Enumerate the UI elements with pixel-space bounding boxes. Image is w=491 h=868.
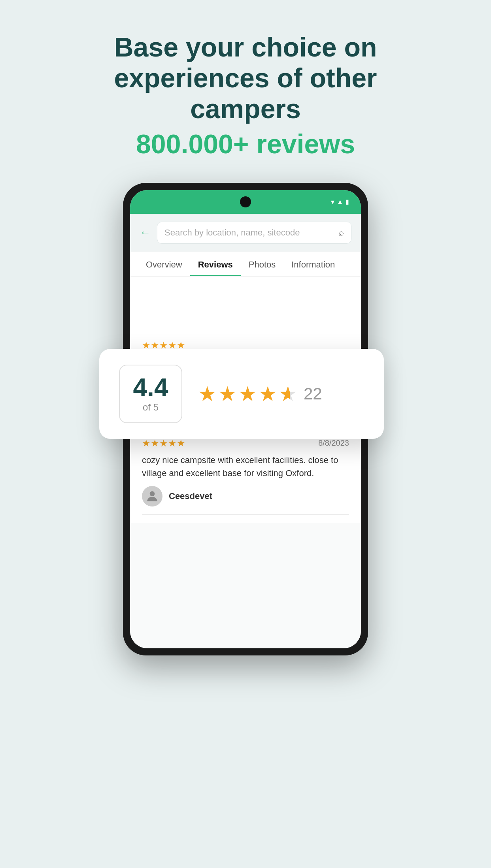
review-count: 22 [304, 384, 322, 403]
rating-card: 4.4 of 5 ★ ★ ★ ★ ★ ★ 22 [99, 349, 384, 439]
wifi-icon: ▾ [331, 198, 334, 206]
review-date-2: 8/8/2023 [318, 439, 349, 448]
star-half: ★ ★ [279, 382, 297, 406]
header-title: Base your choice on experiences of other… [91, 32, 400, 124]
tab-photos[interactable]: Photos [241, 252, 284, 276]
battery-icon: ▮ [346, 198, 349, 205]
review-text-2: cozy nice campsite with excellent facili… [142, 454, 349, 480]
rating-score-box: 4.4 of 5 [119, 365, 182, 423]
star-4: ★ [259, 382, 277, 406]
rating-stars-count: ★ ★ ★ ★ ★ ★ 22 [198, 382, 322, 406]
header-section: Base your choice on experiences of other… [68, 0, 423, 175]
tab-reviews[interactable]: Reviews [190, 252, 241, 276]
rating-number: 4.4 [132, 375, 170, 400]
camera-notch [240, 196, 251, 207]
svg-point-1 [150, 491, 155, 496]
tab-information[interactable]: Information [283, 252, 343, 276]
review-item-2: ★★★★★ 8/8/2023 cozy nice campsite with e… [142, 430, 349, 515]
signal-icon: ▲ [337, 198, 343, 205]
status-bar: ▾ ▲ ▮ [130, 190, 361, 214]
reviewer-name-2: Ceesdevet [169, 491, 212, 501]
star-1: ★ [198, 382, 217, 406]
reviewer-avatar-2 [142, 486, 162, 506]
search-placeholder: Search by location, name, sitecode [164, 228, 300, 238]
search-bar-row: ← Search by location, name, sitecode ⌕ [130, 214, 361, 252]
rating-out-of: of 5 [132, 402, 170, 413]
back-button[interactable]: ← [140, 226, 151, 239]
review-stars-2: ★★★★★ [142, 438, 185, 449]
search-input[interactable]: Search by location, name, sitecode ⌕ [157, 222, 351, 244]
star-2: ★ [218, 382, 237, 406]
star-3: ★ [238, 382, 257, 406]
tabs-row: Overview Reviews Photos Information [130, 252, 361, 277]
search-icon: ⌕ [339, 228, 344, 238]
tab-overview[interactable]: Overview [138, 252, 190, 276]
header-subtitle: 800.000+ reviews [91, 128, 400, 159]
